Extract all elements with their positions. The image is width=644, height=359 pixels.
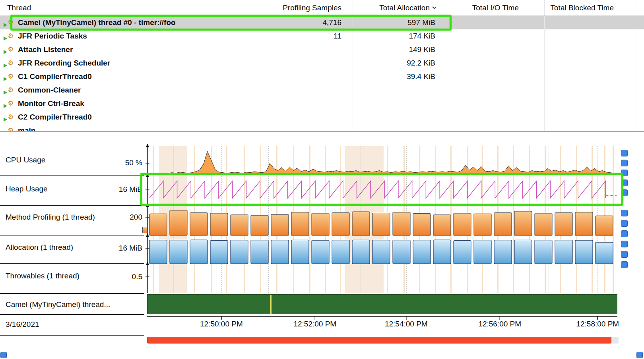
time-tick-label: 12:58:00 PM (576, 320, 619, 328)
legend-chip-button[interactable] (621, 261, 628, 268)
label-divider (0, 263, 144, 264)
row-label-cpu-usage: CPU Usage (6, 156, 45, 164)
row-label-thread-lane: Camel (MyTinyCamel) thread... (6, 300, 110, 309)
legend-chip-button[interactable] (621, 210, 628, 216)
chart-throwables[interactable] (147, 264, 617, 293)
timeline-scrollbar-thumb[interactable] (147, 337, 611, 344)
time-tick-label: 12:50:00 PM (200, 320, 243, 328)
chart-cpu-usage[interactable] (147, 146, 617, 175)
legend-chip-button[interactable] (621, 150, 628, 156)
axis-value-throwables: 0.5 (91, 272, 142, 281)
axis-value-heap-usage: 16 MiB (91, 185, 142, 194)
cpu-usage-chart-svg (147, 146, 617, 175)
row-label-throwables: Throwables (1 thread) (6, 272, 80, 280)
label-divider (0, 205, 144, 206)
annotation-selected-row (10, 15, 452, 31)
row-label-allocation: Allocation (1 thread) (6, 243, 73, 252)
label-divider (0, 235, 144, 235)
date-label: 3/16/2021 (6, 320, 39, 329)
time-axis: 12:50:00 PM12:52:00 PM12:54:00 PM12:56:0… (147, 316, 619, 334)
axis-value-cpu-usage: 50 % (91, 158, 142, 167)
time-tick-label: 12:54:00 PM (385, 320, 428, 328)
time-tick-label: 12:56:00 PM (478, 320, 521, 328)
label-divider (0, 293, 144, 294)
axis-value-method-profiling: 200 (91, 213, 142, 222)
chart-allocation[interactable] (147, 236, 617, 263)
row-label-heap-usage: Heap Usage (6, 185, 48, 193)
corner-widget-left[interactable] (0, 352, 7, 358)
allocation-chart-svg (147, 236, 617, 263)
legend-chip-button[interactable] (621, 241, 628, 247)
timeline-scrollbar-track[interactable] (147, 337, 619, 344)
legend-chip-button[interactable] (621, 230, 628, 237)
corner-widget-right[interactable] (636, 352, 643, 358)
label-divider (0, 175, 144, 176)
annotation-heap-chart (140, 173, 623, 206)
method-profiling-clipped-bar (142, 227, 147, 233)
throwables-chart-svg (147, 264, 617, 293)
label-divider (0, 314, 144, 315)
legend-chip-button[interactable] (621, 160, 628, 166)
time-tick-label: 12:52:00 PM (293, 320, 336, 328)
row-label-method-profiling: Method Profiling (1 thread) (6, 213, 95, 222)
legend-chip-button[interactable] (621, 220, 628, 227)
label-divider (0, 335, 144, 336)
legend-chip-button[interactable] (621, 251, 628, 258)
chart-method-profiling[interactable] (147, 206, 617, 235)
thread-lane[interactable] (147, 294, 617, 314)
event-marker (270, 295, 272, 314)
axis-value-allocation: 16 MiB (91, 244, 142, 253)
method-profiling-chart-svg (147, 206, 617, 235)
